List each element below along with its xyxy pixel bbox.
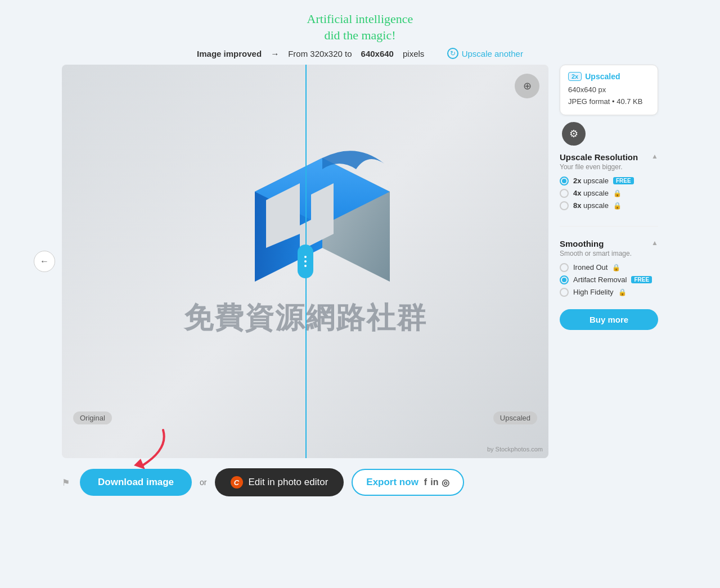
smoothing-section-subtitle: Smooth or smart image. (560, 250, 632, 257)
buy-more-button[interactable]: Buy more (560, 309, 658, 330)
export-label: Export now (366, 477, 418, 488)
zoom-button[interactable]: ⊕ (515, 74, 539, 98)
radio-artifact[interactable] (560, 275, 569, 284)
smoothing-section-title: Smoothing (560, 239, 632, 248)
svg-marker-4 (134, 459, 145, 469)
option-4x-row[interactable]: 4x upscale 🔒 (560, 189, 658, 198)
radio-high-fidelity[interactable] (560, 288, 569, 297)
ironed-out-label: Ironed Out (573, 263, 608, 272)
image-improved-bar: Image improved → From 320x320 to 640x640… (197, 48, 523, 59)
ai-magic-text: Artificial intelligence did the magic! (307, 11, 413, 43)
back-button[interactable]: ← (34, 251, 55, 272)
or-label: or (200, 478, 206, 487)
instagram-icon: ◎ (442, 477, 449, 488)
radio-2x-inner (562, 179, 566, 183)
ironed-out-row[interactable]: Ironed Out 🔒 (560, 263, 658, 272)
arrow-label: → (271, 49, 279, 58)
high-fidelity-lock: 🔒 (618, 288, 627, 296)
radio-artifact-inner (562, 278, 566, 282)
edit-button-label: Edit in photo editor (249, 477, 328, 488)
upscale-section-title: Upscale Resolution (560, 152, 638, 162)
original-label: Original (73, 411, 112, 424)
linkedin-icon: in (430, 477, 438, 487)
option-8x-row[interactable]: 8x upscale 🔒 (560, 201, 658, 210)
divider-1 (560, 226, 658, 227)
facebook-icon: f (424, 477, 427, 487)
to-size-label: 640x640 (361, 49, 394, 58)
edit-icon: C (231, 476, 243, 489)
smoothing-section: Smoothing Smooth or smart image. ▲ Irone… (560, 239, 658, 300)
high-fidelity-row[interactable]: High Fidelity 🔒 (560, 288, 658, 297)
divider-dot-2 (304, 260, 307, 263)
option-8x-label: 8x upscale (573, 201, 609, 210)
radio-4x[interactable] (560, 189, 569, 198)
upscale-collapse-arrow[interactable]: ▲ (651, 152, 658, 160)
divider-dot-3 (304, 265, 307, 267)
upscale-another-icon: ↻ (447, 48, 458, 59)
option-4x-label: 4x upscale (573, 189, 609, 197)
from-size-label: From 320x320 to (288, 49, 352, 58)
option-4x-lock: 🔒 (613, 189, 622, 197)
smoothing-collapse-arrow[interactable]: ▲ (651, 239, 658, 247)
upscaled-format: JPEG format • 40.7 KB (568, 96, 650, 108)
download-button[interactable]: Download image (80, 469, 192, 496)
option-8x-lock: 🔒 (613, 202, 622, 210)
divider-dot-1 (304, 256, 307, 258)
upscaled-label: Upscaled (493, 411, 537, 424)
image-container: 免費資源網路社群 Original Upscaled ⊕ by Stockpho… (62, 65, 548, 458)
option-2x-label: 2x upscale (573, 177, 609, 185)
pixels-label: pixels (403, 49, 424, 58)
watermark: by Stockphotos.com (487, 446, 543, 453)
image-improved-label: Image improved (197, 49, 262, 58)
artifact-removal-row[interactable]: Artifact Removal FREE (560, 275, 658, 284)
export-now-button[interactable]: Export now f in ◎ (352, 469, 464, 496)
upscale-another-button[interactable]: ↻ Upscale another (447, 48, 523, 59)
bottom-bar: ⚑ Download image or C Edit in photo edit… (51, 458, 669, 502)
radio-2x[interactable] (560, 177, 569, 186)
option-2x-row[interactable]: 2x upscale FREE (560, 177, 658, 186)
main-content: ← (51, 65, 669, 458)
upscaled-title: 2x Upscaled (568, 72, 650, 81)
option-2x-badge: FREE (613, 177, 634, 184)
artifact-removal-badge: FREE (631, 276, 652, 283)
badge-2x: 2x (568, 72, 582, 81)
comparison-image: 免費資源網路社群 (62, 65, 548, 458)
upscaled-resolution: 640x640 px (568, 84, 650, 96)
header: Artificial intelligence did the magic! I… (0, 0, 720, 65)
ironed-out-lock: 🔒 (612, 264, 620, 272)
radio-ironed-out[interactable] (560, 263, 569, 272)
high-fidelity-label: High Fidelity (573, 288, 614, 296)
flag-icon[interactable]: ⚑ (62, 477, 70, 488)
artifact-removal-label: Artifact Removal (573, 275, 627, 284)
sidebar: 2x Upscaled 640x640 px JPEG format • 40.… (560, 65, 658, 458)
social-icons-group: f in ◎ (424, 477, 450, 488)
upscaled-card: 2x Upscaled 640x640 px JPEG format • 40.… (560, 65, 658, 115)
divider-handle[interactable] (298, 245, 313, 278)
upscale-resolution-section: Upscale Resolution Your file even bigger… (560, 152, 658, 214)
radio-8x[interactable] (560, 201, 569, 210)
upscaled-card-label: Upscaled (585, 72, 620, 81)
settings-button[interactable]: ⚙ (562, 122, 586, 146)
edit-in-photo-editor-button[interactable]: C Edit in photo editor (215, 468, 344, 496)
upscale-section-subtitle: Your file even bigger. (560, 163, 638, 171)
